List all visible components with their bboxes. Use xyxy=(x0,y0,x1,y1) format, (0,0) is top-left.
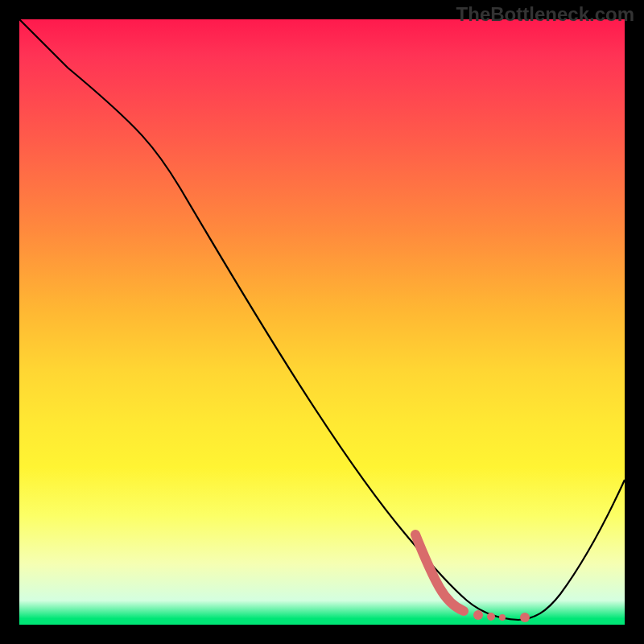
svg-point-1 xyxy=(487,613,495,621)
bottleneck-curve-path xyxy=(19,19,625,620)
watermark-text: TheBottleneck.com xyxy=(456,3,634,26)
svg-point-2 xyxy=(499,614,506,621)
chart-plot-area xyxy=(19,19,625,625)
highlight-dots xyxy=(415,535,530,622)
svg-point-3 xyxy=(520,613,530,622)
svg-point-0 xyxy=(473,610,483,620)
bottleneck-curve-svg xyxy=(19,19,625,625)
